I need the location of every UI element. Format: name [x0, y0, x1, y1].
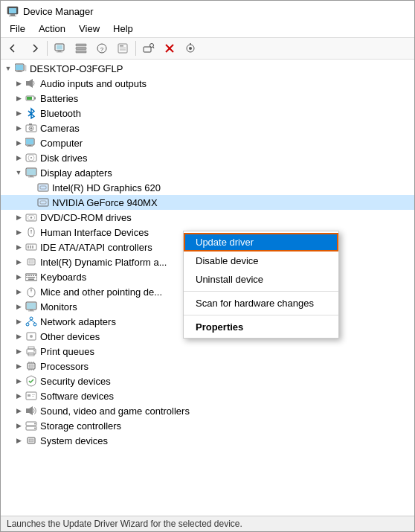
svg-rect-3: [9, 16, 16, 16]
svg-point-86: [26, 323, 29, 326]
svg-point-18: [150, 44, 154, 48]
security-label: Security devices: [40, 376, 413, 387]
context-update-driver[interactable]: Update driver: [184, 233, 338, 251]
tree-print[interactable]: ▶ Print queues: [1, 344, 414, 359]
svg-rect-97: [29, 365, 33, 368]
expand-disk[interactable]: ▶: [13, 152, 25, 164]
expand-cameras[interactable]: ▶: [13, 122, 25, 134]
tree-intel-hd[interactable]: Intel(R) HD Graphics 620: [1, 180, 414, 195]
back-button[interactable]: [4, 39, 23, 57]
expand-processors[interactable]: ▶: [13, 360, 25, 372]
camera-icon: [25, 121, 38, 135]
expand-print[interactable]: ▶: [13, 345, 25, 357]
svg-rect-5: [57, 45, 62, 50]
context-menu: Update driver Disable device Uninstall d…: [183, 231, 339, 339]
expand-software[interactable]: ▶: [13, 390, 25, 402]
svg-rect-77: [28, 279, 34, 281]
sound-icon: [25, 404, 38, 417]
window-title: Device Manager: [23, 6, 94, 17]
tree-dvd[interactable]: ▶ DVD/CD-ROM drives: [1, 210, 414, 225]
svg-rect-67: [29, 260, 33, 263]
tree-cameras[interactable]: ▶ Cameras: [1, 121, 414, 135]
context-uninstall-device[interactable]: Uninstall device: [184, 270, 338, 289]
expand-ide[interactable]: ▶: [13, 241, 25, 253]
expand-network[interactable]: ▶: [13, 315, 25, 327]
expand-computer[interactable]: ▶: [13, 137, 25, 149]
expand-monitors[interactable]: ▶: [13, 301, 25, 313]
tree-processors[interactable]: ▶ Processors: [1, 359, 414, 374]
delete-button[interactable]: [160, 39, 179, 57]
tree-root[interactable]: ▼ DESKTOP-O3FGFLP: [1, 61, 414, 76]
update-button[interactable]: [181, 39, 200, 57]
disk-label: Disk drives: [40, 153, 413, 164]
tree-display[interactable]: ▼ Display adapters: [1, 165, 414, 180]
tree-security[interactable]: ▶ Security devices: [1, 374, 414, 388]
context-menu-separator: [184, 291, 338, 292]
svg-point-85: [30, 317, 33, 320]
list-button[interactable]: [71, 39, 91, 57]
svg-rect-83: [30, 310, 33, 311]
svg-rect-47: [27, 169, 36, 175]
tree-computer[interactable]: ▶ Computer: [1, 135, 414, 150]
title-bar: Device Manager: [1, 1, 414, 20]
sound-label: Sound, video and game controllers: [40, 406, 413, 417]
computer-tree-icon: [25, 136, 38, 150]
svg-rect-16: [120, 50, 126, 51]
other-icon: [25, 330, 38, 343]
menu-view[interactable]: View: [73, 22, 106, 36]
software-label: Software devices: [40, 391, 413, 402]
properties-button[interactable]: [113, 39, 132, 57]
expand-batteries[interactable]: ▶: [13, 92, 25, 104]
expand-intel-dyn[interactable]: ▶: [13, 256, 25, 268]
menu-help[interactable]: Help: [107, 22, 139, 36]
system-icon: [25, 434, 38, 447]
battery-icon: [25, 92, 38, 105]
svg-rect-76: [36, 277, 37, 278]
context-disable-device[interactable]: Disable device: [184, 251, 338, 270]
computer-button[interactable]: [51, 39, 70, 57]
menu-action[interactable]: Action: [33, 22, 71, 36]
toolbar: ?: [1, 38, 414, 60]
tree-audio[interactable]: ▶ Audio inputs and outputs: [1, 76, 414, 91]
expand-keyboards[interactable]: ▶: [13, 271, 25, 283]
scan-button[interactable]: [139, 39, 158, 57]
svg-rect-9: [76, 48, 86, 50]
storage-label: Storage controllers: [40, 420, 413, 432]
intel-dyn-icon: [25, 255, 38, 269]
tree-nvidia[interactable]: NVIDIA GeForce 940MX: [1, 195, 414, 210]
svg-rect-14: [120, 45, 123, 47]
context-properties[interactable]: Properties: [184, 318, 338, 336]
tree-sound[interactable]: ▶ Sound, video and game controllers: [1, 403, 414, 418]
expand-hid[interactable]: ▶: [13, 226, 25, 238]
tree-disk[interactable]: ▶ Disk drives: [1, 150, 414, 165]
tree-bluetooth[interactable]: ▶ Bluetooth: [1, 106, 414, 121]
expand-security[interactable]: ▶: [13, 375, 25, 387]
tree-system[interactable]: ▶ System devices: [1, 433, 414, 448]
expand-other[interactable]: ▶: [13, 330, 25, 342]
expand-root[interactable]: ▼: [2, 63, 14, 74]
svg-point-23: [189, 47, 192, 50]
expand-mice[interactable]: ▶: [13, 286, 25, 298]
help-button[interactable]: ?: [92, 39, 112, 57]
print-label: Print queues: [40, 346, 413, 357]
forward-button[interactable]: [25, 39, 44, 57]
svg-rect-6: [58, 51, 61, 52]
expand-display[interactable]: ▼: [13, 167, 25, 179]
tree-batteries[interactable]: ▶ Batteries: [1, 91, 414, 106]
tree-software[interactable]: ▶ Software devices: [1, 388, 414, 403]
software-icon: [25, 389, 38, 403]
expand-dvd[interactable]: ▶: [13, 211, 25, 223]
menu-file[interactable]: File: [4, 22, 31, 36]
svg-rect-34: [27, 97, 32, 100]
bluetooth-icon: [25, 106, 38, 120]
expand-storage[interactable]: ▶: [13, 420, 25, 432]
tree-storage[interactable]: ▶ Storage controllers: [1, 418, 414, 433]
svg-rect-82: [27, 303, 36, 309]
expand-sound[interactable]: ▶: [13, 405, 25, 417]
expand-bluetooth[interactable]: ▶: [13, 107, 25, 119]
svg-rect-74: [28, 277, 35, 278]
expand-audio[interactable]: ▶: [13, 77, 25, 89]
display-icon: [25, 166, 38, 179]
expand-system[interactable]: ▶: [13, 435, 25, 446]
context-scan-hardware[interactable]: Scan for hardware changes: [184, 294, 338, 313]
